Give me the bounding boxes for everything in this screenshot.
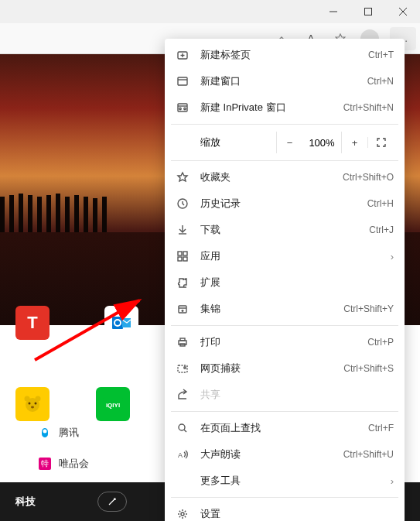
history-icon: [176, 197, 190, 211]
menu-shortcut: Ctrl+Shift+O: [343, 172, 394, 183]
star-icon: [176, 170, 190, 184]
svg-point-13: [36, 396, 41, 402]
svg-rect-22: [178, 77, 187, 85]
menu-label: 大声朗读: [200, 447, 333, 461]
new-window-icon: [176, 74, 190, 88]
svg-point-27: [184, 108, 186, 109]
customize-button[interactable]: [97, 492, 127, 512]
zoom-value: 100%: [302, 137, 341, 149]
link-label: 腾讯: [59, 426, 79, 440]
tencent-icon: [39, 427, 51, 439]
chevron-right-icon: ›: [391, 251, 394, 262]
svg-point-10: [35, 403, 37, 405]
menu-separator: [171, 160, 398, 161]
svg-rect-1: [364, 9, 371, 15]
svg-rect-35: [183, 257, 187, 261]
menu-new-inprivate[interactable]: 新建 InPrivate 窗口 Ctrl+Shift+N: [165, 94, 405, 121]
menu-label: 应用: [200, 249, 380, 263]
menu-extensions[interactable]: 扩展: [165, 269, 405, 296]
menu-separator: [171, 325, 398, 326]
svg-point-16: [43, 430, 47, 434]
menu-shortcut: Ctrl+P: [367, 337, 394, 348]
menu-shortcut: Ctrl+N: [367, 76, 394, 87]
svg-text:iQIYI: iQIYI: [106, 402, 120, 409]
menu-favorites[interactable]: 收藏夹 Ctrl+Shift+O: [165, 164, 405, 190]
settings-menu: 新建标签页 Ctrl+T 新建窗口 Ctrl+N 新建 InPrivate 窗口…: [165, 39, 405, 521]
menu-find[interactable]: 在页面上查找 Ctrl+F: [165, 415, 405, 441]
gear-icon: [176, 507, 190, 521]
menu-zoom: 缩放 − 100% +: [165, 128, 405, 157]
zoom-out-button[interactable]: −: [276, 132, 302, 153]
menu-label: 集锦: [200, 302, 333, 316]
download-icon: [176, 223, 190, 237]
iqiyi-icon: iQIYI: [96, 387, 130, 421]
menu-label: 新建 InPrivate 窗口: [200, 101, 333, 115]
link-vip[interactable]: 特 唯品会: [39, 457, 99, 471]
menu-separator: [171, 497, 398, 498]
menu-collections[interactable]: 集锦 Ctrl+Shift+Y: [165, 296, 405, 322]
footer-tech[interactable]: 科技: [15, 495, 36, 509]
menu-separator: [171, 124, 398, 125]
annotation-arrow: [31, 294, 155, 364]
inprivate-icon: [176, 101, 190, 115]
svg-marker-28: [178, 173, 187, 181]
svg-point-48: [181, 512, 184, 516]
menu-print[interactable]: 打印 Ctrl+P: [165, 329, 405, 355]
menu-separator: [171, 411, 398, 412]
share-icon: [176, 388, 190, 402]
menu-label: 下载: [200, 223, 358, 237]
zoom-in-button[interactable]: +: [341, 132, 367, 153]
menu-settings[interactable]: 设置: [165, 501, 405, 521]
menu-shortcut: Ctrl+Shift+N: [343, 102, 394, 113]
menu-shortcut: Ctrl+Shift+Y: [343, 303, 394, 314]
menu-read-aloud[interactable]: A 大声朗读 Ctrl+Shift+U: [165, 441, 405, 468]
link-tencent[interactable]: 腾讯: [39, 426, 99, 440]
svg-rect-43: [178, 365, 187, 372]
menu-label: 新建标签页: [200, 48, 357, 62]
svg-line-18: [35, 300, 139, 360]
close-button[interactable]: [385, 0, 420, 23]
maximize-button[interactable]: [350, 0, 385, 23]
menu-label: 在页面上查找: [200, 421, 357, 435]
menu-history[interactable]: 历史记录 Ctrl+H: [165, 190, 405, 217]
menu-label: 共享: [200, 388, 394, 402]
menu-label: 设置: [200, 507, 394, 521]
tile-iqiyi[interactable]: iQIYI: [96, 387, 130, 421]
svg-point-9: [29, 403, 31, 405]
svg-point-44: [184, 367, 186, 368]
extensions-icon: [176, 276, 190, 290]
menu-new-tab[interactable]: 新建标签页 Ctrl+T: [165, 42, 405, 68]
menu-downloads[interactable]: 下载 Ctrl+J: [165, 217, 405, 243]
menu-shortcut: Ctrl+Shift+U: [343, 449, 394, 460]
menu-label: 扩展: [200, 276, 394, 290]
svg-rect-24: [178, 104, 187, 111]
menu-shortcut: Ctrl+Shift+S: [343, 363, 394, 374]
menu-label: 打印: [200, 335, 357, 349]
menu-new-window[interactable]: 新建窗口 Ctrl+N: [165, 68, 405, 94]
menu-more-tools[interactable]: 更多工具 ›: [165, 468, 405, 494]
svg-point-11: [31, 406, 34, 409]
vip-icon: 特: [39, 458, 51, 470]
fullscreen-button[interactable]: [367, 137, 394, 148]
tile-lion[interactable]: [15, 387, 50, 421]
search-icon: [176, 421, 190, 435]
svg-rect-34: [178, 257, 182, 261]
svg-rect-33: [183, 252, 187, 255]
chevron-right-icon: ›: [391, 475, 394, 487]
svg-text:A: A: [178, 451, 183, 459]
lion-icon: [15, 387, 50, 421]
minimize-button[interactable]: [316, 0, 350, 23]
menu-apps[interactable]: 应用 ›: [165, 243, 405, 269]
menu-label: 收藏夹: [200, 170, 332, 184]
capture-icon: [176, 362, 190, 375]
menu-label: 更多工具: [200, 474, 380, 488]
menu-label: 新建窗口: [200, 74, 357, 88]
titlebar: [0, 0, 420, 23]
svg-point-45: [179, 424, 185, 430]
menu-shortcut: Ctrl+T: [368, 50, 394, 60]
apps-icon: [176, 249, 190, 263]
menu-capture[interactable]: 网页捕获 Ctrl+Shift+S: [165, 355, 405, 382]
menu-shortcut: Ctrl+J: [369, 225, 394, 235]
collections-icon: [176, 302, 190, 316]
svg-line-46: [184, 430, 186, 432]
